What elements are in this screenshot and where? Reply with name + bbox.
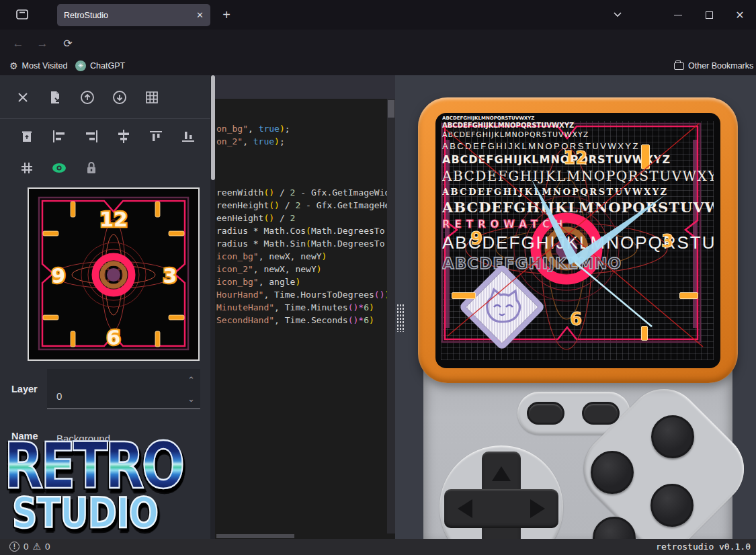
start-button[interactable] — [582, 402, 620, 425]
name-label: Name — [11, 431, 38, 441]
upload-icon[interactable] — [71, 86, 103, 109]
action-button-left[interactable] — [591, 451, 634, 494]
dpad-up-arrow[interactable] — [492, 466, 511, 481]
lock-icon[interactable] — [75, 157, 108, 179]
console-frame: ABCDEFGHIJKLMNOPQRSTUVWXYZABCDEFGHIJKLMN… — [418, 97, 738, 383]
tab-close-icon[interactable]: ✕ — [196, 10, 204, 20]
close-panel-icon[interactable] — [7, 86, 39, 109]
bookmark-chatgpt[interactable]: ✳ ChatGPT — [75, 59, 125, 73]
clock-preview-thumbnail[interactable]: 12 3 6 9 — [28, 187, 200, 361]
gear-icon: ⚙ — [9, 60, 18, 71]
reload-button[interactable]: ⟳ — [59, 35, 77, 52]
visibility-eye-icon[interactable] — [43, 157, 75, 179]
clock-number-9: 9 — [52, 264, 66, 288]
new-tab-button[interactable]: + — [216, 5, 237, 26]
warning-icon: ⚠ — [33, 541, 42, 552]
splitter-grip-handle[interactable] — [396, 304, 405, 332]
window-close-button[interactable]: ✕ — [724, 0, 755, 30]
app-window: RetroStudio ✕ + ✕ ← → ⟳ https://localhos… — [0, 0, 756, 555]
editor-hscroll-thumb[interactable] — [216, 534, 294, 538]
panel-divider — [0, 118, 210, 119]
layer-increment-chevron[interactable]: ⌃ — [187, 376, 195, 384]
clock-preview-art: 12 3 6 9 — [29, 189, 198, 359]
code-editor[interactable]: on_bg", true);on_2", true);reenWidth() /… — [215, 75, 395, 539]
code-lines[interactable]: on_bg", true);on_2", true);reenWidth() /… — [216, 122, 387, 327]
editor-header — [215, 75, 395, 99]
delete-icon[interactable] — [11, 125, 43, 148]
tab-manager-icon[interactable] — [15, 7, 32, 23]
error-count: 0 — [24, 542, 29, 552]
name-input[interactable]: Background — [47, 427, 200, 454]
tab-list-chevron-icon[interactable] — [613, 9, 622, 22]
tool-panel-scrollbar[interactable] — [210, 75, 215, 539]
layer-input[interactable]: 0 ⌃ ⌄ — [47, 369, 200, 409]
browser-titlebar: RetroStudio ✕ + ✕ — [0, 0, 756, 30]
snap-move-icon[interactable] — [11, 157, 43, 179]
dpad-right-arrow[interactable] — [530, 499, 545, 518]
editor-vertical-scrollbar[interactable] — [387, 99, 395, 534]
clock-number-12: 12 — [99, 208, 128, 231]
screen-clock-hands — [435, 113, 720, 368]
console-body — [423, 364, 732, 539]
warning-count: 0 — [45, 542, 50, 552]
layer-label: Layer — [11, 384, 38, 394]
file-export-icon[interactable] — [39, 86, 71, 109]
other-bookmarks[interactable]: Other Bookmarks — [674, 59, 753, 73]
tool-panel-scrollbar-thumb[interactable] — [211, 75, 215, 180]
back-button[interactable]: ← — [9, 35, 27, 52]
console-screen[interactable]: ABCDEFGHIJKLMNOPQRSTUVWXYZABCDEFGHIJKLMN… — [435, 113, 720, 368]
browser-tab[interactable]: RetroStudio ✕ — [57, 4, 210, 26]
select-button[interactable] — [527, 402, 564, 425]
align-center-icon[interactable] — [108, 125, 140, 148]
problems-indicator[interactable]: ! 0 ⚠ 0 — [9, 541, 50, 552]
editor-vscroll-thumb[interactable] — [388, 100, 394, 118]
dpad[interactable] — [444, 452, 558, 539]
align-top-icon[interactable] — [140, 125, 172, 148]
align-left-icon[interactable] — [43, 125, 75, 148]
action-button-right[interactable] — [650, 484, 694, 527]
layer-decrement-chevron[interactable]: ⌄ — [187, 394, 195, 403]
download-icon[interactable] — [103, 86, 136, 109]
chatgpt-icon: ✳ — [75, 60, 86, 71]
app-version: retrostudio v0.1.0 — [656, 542, 751, 552]
folder-icon — [674, 62, 684, 70]
status-bar: ! 0 ⚠ 0 retrostudio v0.1.0 — [0, 539, 756, 555]
dpad-left-arrow[interactable] — [458, 499, 472, 518]
forward-button[interactable]: → — [34, 35, 51, 52]
action-button-top[interactable] — [651, 415, 694, 458]
clock-number-6: 6 — [107, 326, 121, 349]
window-minimize-button[interactable] — [663, 0, 694, 30]
layer-value: 0 — [56, 390, 62, 402]
name-value: Background — [56, 433, 110, 444]
align-bottom-icon[interactable] — [172, 125, 204, 148]
bookmark-most-visited[interactable]: ⚙ Most Visited — [9, 59, 67, 73]
game-preview-panel[interactable]: ABCDEFGHIJKLMNOPQRSTUVWXYZABCDEFGHIJKLMN… — [395, 75, 756, 539]
hour-hand — [531, 178, 579, 265]
align-right-icon[interactable] — [75, 125, 108, 148]
window-maximize-button[interactable] — [694, 0, 724, 30]
error-icon: ! — [9, 542, 19, 552]
minute-hand — [571, 195, 665, 267]
browser-navbar: ← → ⟳ https://localhost:7172 ☆ H 1 — [0, 30, 756, 56]
tab-title: RetroStudio — [64, 11, 196, 20]
grid-icon[interactable] — [136, 86, 168, 109]
clock-number-3: 3 — [163, 264, 177, 288]
editor-horizontal-scrollbar[interactable] — [215, 533, 395, 539]
tool-panel: 12 3 6 9 Layer 0 ⌃ ⌄ Name Background — [0, 75, 210, 539]
bookmarks-bar: ⚙ Most Visited ✳ ChatGPT Other Bookmarks — [0, 56, 756, 75]
